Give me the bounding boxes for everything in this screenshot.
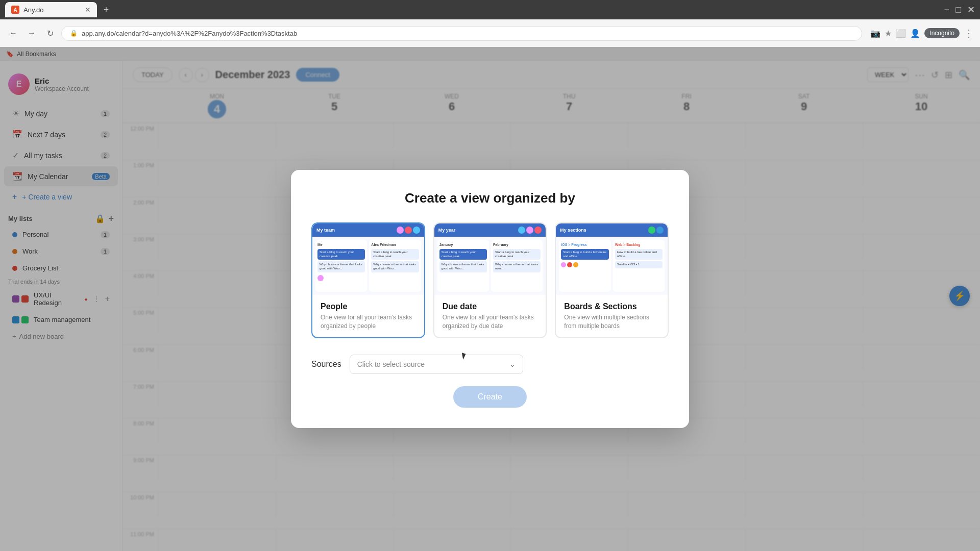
back-button[interactable]: ← bbox=[6, 26, 20, 40]
create-section: Create bbox=[311, 386, 669, 408]
view-option-boards-sections[interactable]: My sections iOS > Progress Start a blog … bbox=[555, 222, 669, 339]
preview-user-icon bbox=[317, 275, 324, 281]
incognito-badge: Incognito bbox=[924, 28, 960, 38]
due-date-preview-header: My year bbox=[434, 223, 546, 237]
due-date-columns: January Start a blog to reach your creat… bbox=[434, 237, 546, 295]
col-alex-header: Alex Friedman bbox=[371, 242, 419, 247]
ios-header: iOS > Progress bbox=[561, 242, 608, 247]
boards-preview: My sections iOS > Progress Start a blog … bbox=[556, 223, 668, 295]
modal-dialog: Create a view organized by My team bbox=[291, 170, 689, 429]
camera-off-icon: 📷 bbox=[870, 29, 880, 38]
boards-avatar-1 bbox=[648, 227, 655, 234]
boards-view-info: Boards & Sections One view with multiple… bbox=[556, 295, 668, 338]
dd-card-3: Start a blog to reach your creative peak bbox=[493, 249, 541, 260]
preview-avatar-2 bbox=[405, 227, 412, 234]
due-date-col-jan: January Start a blog to reach your creat… bbox=[437, 240, 489, 292]
sources-section: Sources Click to select source ⌄ bbox=[311, 355, 669, 374]
preview-card-4: Why choose a theme that looks good with … bbox=[371, 261, 419, 272]
boards-view-desc: One view with multiple sections from mul… bbox=[564, 313, 659, 331]
dd-card-2: Why choose a theme that looks good with … bbox=[439, 261, 487, 272]
boards-header-text: My sections bbox=[560, 228, 586, 233]
menu-button[interactable]: ⋮ bbox=[964, 27, 974, 39]
due-date-avatar-2 bbox=[526, 227, 533, 234]
people-view-desc: One view for all your team's tasks organ… bbox=[321, 313, 416, 331]
due-date-view-name: Due date bbox=[443, 302, 538, 311]
view-option-people[interactable]: My team Me Start a blog to reach your cr… bbox=[311, 222, 425, 339]
dd-card-4: Why choose a theme that tones over... bbox=[493, 261, 541, 272]
tab-favicon: A bbox=[11, 6, 19, 14]
due-date-col-feb: February Start a blog to reach your crea… bbox=[491, 240, 543, 292]
view-option-due-date[interactable]: My year January Start a blog to reach yo… bbox=[433, 222, 547, 339]
due-date-view-desc: One view for all your team's tasks organ… bbox=[443, 313, 538, 331]
people-preview: My team Me Start a blog to reach your cr… bbox=[312, 223, 424, 295]
profile-icon[interactable]: 👤 bbox=[910, 29, 920, 38]
people-header-text: My team bbox=[316, 228, 335, 233]
minimize-button[interactable]: − bbox=[944, 5, 950, 15]
tab-close-button[interactable]: ✕ bbox=[85, 6, 91, 14]
preview-avatar-3 bbox=[413, 227, 420, 234]
preview-columns: Me Start a blog to reach your creative p… bbox=[312, 237, 424, 295]
modal-overlay: Create a view organized by My team bbox=[0, 47, 980, 551]
preview-col-alex: Alex Friedman Start a blog to reach your… bbox=[369, 240, 421, 292]
boards-preview-header: My sections bbox=[556, 223, 668, 237]
refresh-button[interactable]: ↻ bbox=[43, 26, 57, 40]
bs-avatar-2 bbox=[567, 262, 572, 267]
preview-card-2: Why choose a theme that looks good with … bbox=[317, 261, 365, 272]
preview-col-me: Me Start a blog to reach your creative p… bbox=[315, 240, 367, 292]
dd-card-1: Start a blog to reach your creative peak bbox=[439, 249, 487, 260]
people-preview-inner: My team Me Start a blog to reach your cr… bbox=[312, 223, 424, 295]
sources-dropdown[interactable]: Click to select source ⌄ bbox=[350, 355, 523, 374]
due-date-avatar-3 bbox=[534, 227, 542, 234]
avatar-group bbox=[397, 227, 420, 234]
forward-button[interactable]: → bbox=[24, 26, 39, 40]
view-options: My team Me Start a blog to reach your cr… bbox=[311, 222, 669, 339]
sources-label: Sources bbox=[311, 360, 341, 369]
people-preview-header: My team bbox=[312, 223, 424, 237]
web-header: Web > Backlog bbox=[615, 242, 663, 247]
due-date-avatar-1 bbox=[518, 227, 525, 234]
boards-cols-wrapper: iOS > Progress Start a blog to build a l… bbox=[556, 237, 668, 295]
bs-avatar-3 bbox=[573, 262, 578, 267]
url-text: app.any.do/calendar?d=anydo%3A%2F%2Fanyd… bbox=[82, 30, 297, 37]
preview-card-3: Start a blog to reach your creative peak bbox=[371, 249, 419, 260]
preview-card-1: Start a blog to reach your creative peak bbox=[317, 249, 365, 260]
feb-header: February bbox=[493, 242, 541, 247]
people-view-info: People One view for all your team's task… bbox=[312, 295, 424, 338]
bs-card-3: Smaller • iOS • 1 bbox=[615, 261, 663, 268]
close-button[interactable]: ✕ bbox=[967, 4, 975, 15]
due-date-view-info: Due date One view for all your team's ta… bbox=[434, 295, 546, 338]
due-date-preview: My year January Start a blog to reach yo… bbox=[434, 223, 546, 295]
bs-avatar-1 bbox=[561, 262, 566, 267]
browser-controls: ← → ↻ 🔒 app.any.do/calendar?d=anydo%3A%2… bbox=[0, 19, 980, 47]
boards-avatar-group bbox=[648, 227, 664, 234]
tab-bar: A Any.do ✕ + − □ ✕ bbox=[0, 0, 980, 19]
browser-chrome: A Any.do ✕ + − □ ✕ ← → ↻ 🔒 app.any.do/ca… bbox=[0, 0, 980, 47]
chevron-down-icon: ⌄ bbox=[509, 360, 516, 368]
browser-action-icons: 📷 ★ ⬜ 👤 Incognito ⋮ bbox=[870, 27, 974, 39]
address-bar[interactable]: 🔒 app.any.do/calendar?d=anydo%3A%2F%2Fan… bbox=[61, 26, 862, 41]
active-tab[interactable]: A Any.do ✕ bbox=[5, 2, 97, 17]
boards-avatar-2 bbox=[656, 227, 664, 234]
boards-view-name: Boards & Sections bbox=[564, 302, 659, 311]
modal-title: Create a view organized by bbox=[311, 190, 669, 206]
bookmark-icon[interactable]: ★ bbox=[885, 29, 892, 38]
jan-header: January bbox=[439, 242, 487, 247]
tab-title: Any.do bbox=[23, 6, 44, 14]
lock-icon: 🔒 bbox=[70, 30, 78, 37]
create-button[interactable]: Create bbox=[453, 386, 527, 408]
due-date-header-text: My year bbox=[438, 228, 456, 233]
new-tab-button[interactable]: + bbox=[99, 3, 113, 17]
extensions-icon[interactable]: ⬜ bbox=[896, 29, 906, 38]
boards-preview-inner: My sections iOS > Progress Start a blog … bbox=[556, 223, 668, 295]
due-date-avatar-group bbox=[518, 227, 542, 234]
bs-card-1: Start a blog to build a law online and o… bbox=[561, 249, 608, 260]
sources-placeholder: Click to select source bbox=[357, 360, 425, 368]
boards-col-web: Web > Backlog How to build a law online … bbox=[613, 240, 665, 292]
preview-avatar-1 bbox=[397, 227, 404, 234]
due-date-preview-inner: My year January Start a blog to reach yo… bbox=[434, 223, 546, 295]
maximize-button[interactable]: □ bbox=[955, 5, 961, 15]
people-view-name: People bbox=[321, 302, 416, 311]
bs-card-2: How to build a law online and offline bbox=[615, 249, 663, 260]
col-me-header: Me bbox=[317, 242, 365, 247]
boards-col-ios: iOS > Progress Start a blog to build a l… bbox=[559, 240, 610, 292]
